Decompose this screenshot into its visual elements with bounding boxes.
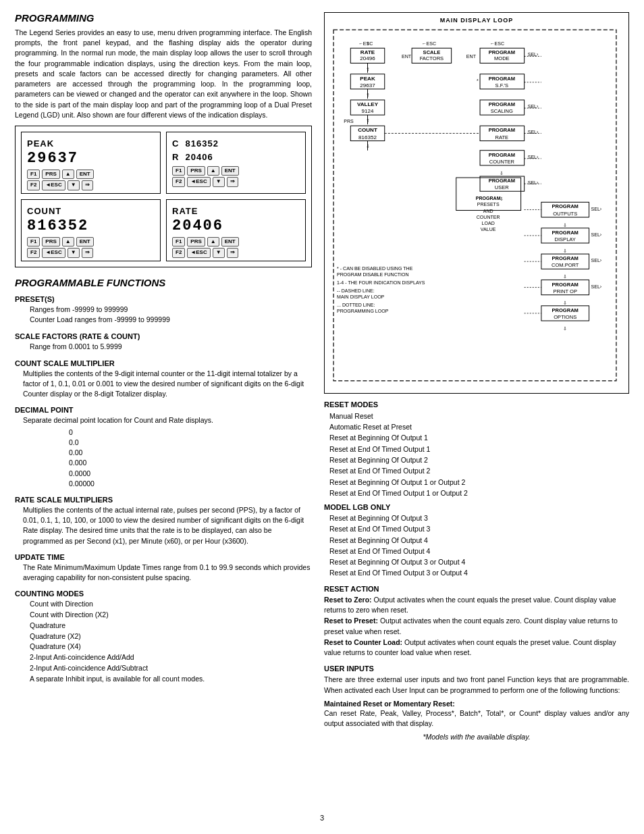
key-up4: ▲ [207, 237, 219, 246]
key-prs2: PRS [187, 166, 205, 176]
svg-text:SEL›: SEL› [591, 232, 602, 237]
reset-modes-list: Manual Reset Automatic Reset at Preset R… [329, 411, 629, 498]
diagram-title: MAIN DISPLAY LOOP [330, 17, 623, 24]
key-fwd3: ⇒ [82, 248, 93, 257]
svg-text:COUNTER: COUNTER [489, 159, 515, 165]
update-time-body: The Rate Minimum/Maximum Update Times ra… [23, 563, 312, 583]
key-fwd4: ⇒ [227, 248, 238, 257]
key-f2: F2 [27, 180, 40, 190]
key-f1c: F1 [27, 237, 40, 246]
key-f2b: F2 [172, 177, 185, 186]
key-esc4: ◄ESC [187, 248, 210, 257]
key-esc3: ◄ESC [42, 248, 65, 257]
diagram-box: MAIN DISPLAY LOOP ←ESC ←ESC ←ESC RATE 20 [324, 12, 629, 394]
model-lgb-list: Reset at Beginning Of Output 3 Reset at … [329, 513, 629, 579]
scale-factors-body: Range from 0.0001 to 5.9999 [30, 342, 312, 353]
svg-text:⇩: ⇩ [563, 274, 567, 279]
svg-text:⇧: ⇧ [366, 67, 370, 72]
rate-scale-heading: RATE SCALE MULTIPLIERS [15, 496, 312, 504]
maintained-reset-heading: Maintained Reset or Momentary Reset: [324, 700, 629, 708]
svg-text:⇩: ⇩ [563, 249, 567, 253]
key-f2d: F2 [172, 248, 185, 257]
display-reading-4: RATE 20406 [172, 204, 300, 234]
decimal-point-heading: DECIMAL POINT [15, 406, 312, 414]
count-scale-heading: COUNT SCALE MULTIPLIER [15, 359, 312, 367]
svg-text:20496: 20496 [360, 55, 375, 61]
svg-text:PROGRAM: PROGRAM [552, 255, 578, 261]
display-box-2: C 816352 R 20406 F1 PRS ▲ ENT F2 ◄ESC ▼ … [166, 132, 306, 194]
display-reading-3: COUNT 816352 [27, 204, 155, 234]
svg-text:COM.PORT: COM.PORT [552, 262, 579, 268]
svg-text:SEL›: SEL› [528, 130, 539, 134]
svg-text:9124: 9124 [362, 108, 374, 114]
svg-text:VALUE: VALUE [481, 227, 496, 232]
key-down3: ▼ [68, 248, 80, 257]
reset-modes-title: RESET MODES [324, 400, 629, 409]
svg-text:PROGRAM: PROGRAM [552, 282, 578, 288]
display-box-3: COUNT 816352 F1 PRS ▲ ENT F2 ◄ESC ▼ ⇒ [21, 199, 161, 261]
key-esc: ◄ESC [42, 180, 65, 190]
svg-text:FACTORS: FACTORS [420, 55, 444, 61]
programming-body: The Legend Series provides an easy to us… [15, 28, 312, 120]
decimal-point-intro: Separate decimal point location for Coun… [23, 415, 312, 425]
svg-text:COUNT: COUNT [358, 127, 377, 133]
keypad-row-4: F1 PRS ▲ ENT [172, 237, 300, 246]
keypad-row-1: F1 PRS ▲ ENT [27, 170, 155, 179]
svg-text:MAIN DISPLAY LOOP: MAIN DISPLAY LOOP [337, 294, 385, 299]
key-prs4: PRS [187, 237, 205, 246]
key-prs3: PRS [42, 237, 59, 246]
reset-modes-section: RESET MODES Manual Reset Automatic Reset… [324, 400, 629, 579]
svg-text:PRS: PRS [344, 119, 354, 124]
svg-text:PROGRAM: PROGRAM [476, 196, 501, 201]
key-down: ▼ [68, 180, 80, 190]
svg-text:AND: AND [483, 209, 493, 213]
keypad-row-2: F1 PRS ▲ ENT [172, 166, 300, 176]
keypad-row-3: F1 PRS ▲ ENT [27, 237, 155, 246]
reset-action-body: Reset to Zero: Output activates when the… [324, 595, 629, 659]
svg-text:VALLEY: VALLEY [357, 101, 379, 107]
svg-text:SEL›: SEL› [528, 180, 539, 185]
right-column: MAIN DISPLAY LOOP ←ESC ←ESC ←ESC RATE 20 [324, 12, 629, 806]
key-fwd2: ⇒ [227, 177, 238, 186]
maintained-reset-body: Can reset Rate, Peak, Valley, Process*, … [324, 708, 629, 730]
display-box-1: PEAK 29637 F1 PRS ▲ ENT F2 ◄ESC ▼ ⇒ [21, 132, 161, 194]
preset-heading: PRESET(S) [15, 295, 312, 303]
svg-text:SCALE: SCALE [423, 49, 441, 55]
svg-text:PROGRAM: PROGRAM [489, 178, 515, 184]
display-reading-2: C 816352 R 20406 [172, 136, 300, 163]
key-f1d: F1 [172, 237, 185, 246]
svg-text:*: * [477, 78, 479, 83]
reset-to-counter-load-label: Reset to Counter Load: [324, 638, 402, 646]
svg-text:SEL›: SEL› [591, 258, 602, 263]
svg-text:⇧: ⇧ [366, 93, 370, 97]
svg-text:PROGRAM: PROGRAM [552, 203, 578, 209]
diagram-svg: ←ESC ←ESC ←ESC RATE 20496 ⇧ SCALE FACTOR… [330, 26, 623, 389]
decimal-list: 00.00.000.0000.00000.00000 [69, 427, 312, 489]
display-reading-1: PEAK 29637 [27, 136, 155, 167]
display-box-4: RATE 20406 F1 PRS ▲ ENT F2 ◄ESC ▼ ⇒ [166, 199, 306, 261]
svg-text:29637: 29637 [360, 82, 375, 88]
key-f1b: F1 [172, 166, 185, 176]
key-ent3: ENT [76, 237, 94, 246]
svg-text:SEL›: SEL› [591, 284, 602, 289]
svg-text:⇧: ⇧ [366, 41, 370, 46]
svg-text:OUTPUTS: OUTPUTS [553, 211, 577, 217]
left-column: PROGRAMMING The Legend Series provides a… [15, 12, 312, 806]
svg-text:PROGRAM: PROGRAM [489, 49, 515, 55]
key-up3: ▲ [62, 237, 74, 246]
key-up2: ▲ [207, 166, 219, 176]
user-inputs-title: USER INPUTS [324, 664, 629, 673]
svg-text:⇩: ⇩ [563, 301, 567, 305]
svg-text:816352: 816352 [358, 134, 377, 140]
svg-text:PROGRAMMING LOOP: PROGRAMMING LOOP [337, 309, 389, 313]
key-fwd: ⇒ [82, 180, 93, 190]
reset-action-title: RESET ACTION [324, 585, 629, 593]
count-scale-body: Multiplies the contents of the 9-digit i… [23, 369, 312, 400]
svg-text:* - CAN BE DISABLED USING THE: * - CAN BE DISABLED USING THE [337, 266, 413, 271]
svg-text:PROGRAM: PROGRAM [552, 230, 578, 236]
svg-text:PROGRAM: PROGRAM [489, 101, 515, 107]
keypad-row-3b: F2 ◄ESC ▼ ⇒ [27, 248, 155, 257]
svg-text:DISPLAY: DISPLAY [555, 236, 576, 242]
svg-text:LOAD: LOAD [482, 221, 495, 226]
svg-text:OPTIONS: OPTIONS [554, 314, 576, 320]
